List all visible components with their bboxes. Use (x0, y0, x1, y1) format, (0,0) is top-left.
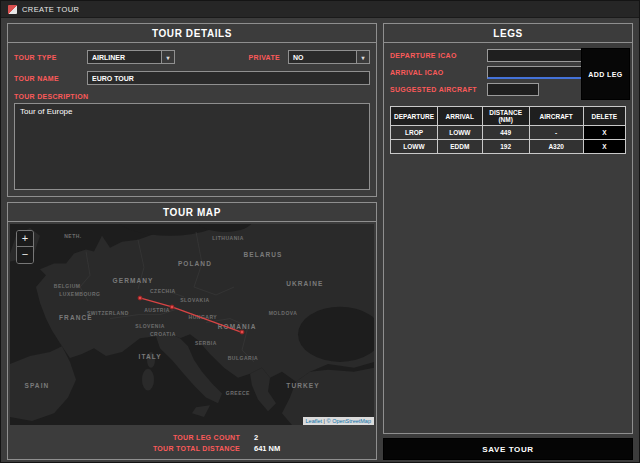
tour-map-header: TOUR MAP (8, 203, 376, 222)
chevron-down-icon: ▾ (161, 51, 174, 63)
left-column: TOUR DETAILS TOUR TYPE AIRLINER ▾ PRIVAT… (7, 23, 377, 460)
arrival-icao-label: ARRIVAL ICAO (390, 69, 487, 76)
tour-details-panel: TOUR DETAILS TOUR TYPE AIRLINER ▾ PRIVAT… (7, 23, 377, 197)
tour-name-label: TOUR NAME (14, 75, 87, 82)
leg-count-line: TOUR LEG COUNT 2 (8, 433, 376, 442)
route-layer (10, 224, 374, 425)
zoom-in-button[interactable]: + (17, 231, 33, 247)
arrival-icao-input[interactable] (487, 66, 583, 79)
cell-arrival: LOWW (438, 126, 483, 140)
table-header-cell: DEPARTURE (391, 107, 438, 126)
tour-name-input[interactable] (87, 71, 370, 85)
tour-stats: TOUR LEG COUNT 2 TOUR TOTAL DISTANCE 641… (8, 427, 376, 459)
leg-count-label: TOUR LEG COUNT (8, 434, 240, 441)
legs-table: DEPARTUREARRIVALDISTANCE (NM)AIRCRAFTDEL… (390, 106, 626, 154)
cell-aircraft: A320 (529, 140, 583, 154)
cell-distance: 449 (482, 126, 529, 140)
total-distance-label: TOUR TOTAL DISTANCE (8, 445, 240, 452)
private-label: PRIVATE (249, 54, 280, 61)
tour-details-header: TOUR DETAILS (8, 24, 376, 43)
tour-description-label: TOUR DESCRIPTION (14, 93, 370, 100)
private-value: NO (289, 54, 356, 61)
legs-table-body: LROPLOWW449-XLOWWEDDM192A320X (391, 126, 626, 154)
zoom-out-button[interactable]: − (17, 247, 33, 263)
leg-count-value: 2 (240, 433, 258, 442)
tour-type-select[interactable]: AIRLINER ▾ (87, 50, 175, 64)
table-header-cell: ARRIVAL (438, 107, 483, 126)
route-marker-loww[interactable] (169, 304, 174, 309)
window-content: TOUR DETAILS TOUR TYPE AIRLINER ▾ PRIVAT… (1, 18, 639, 462)
right-column: LEGS DEPARTURE ICAO ARRIVAL ICAO SUGGEST… (383, 23, 633, 460)
cell-delete: X (583, 140, 625, 154)
tour-type-value: AIRLINER (88, 54, 161, 61)
cell-departure: LOWW (391, 140, 438, 154)
tour-type-row: TOUR TYPE AIRLINER ▾ PRIVATE NO ▾ (14, 50, 370, 64)
cell-delete: X (583, 126, 625, 140)
departure-icao-label: DEPARTURE ICAO (390, 52, 487, 59)
suggested-aircraft-input[interactable] (487, 83, 539, 96)
cell-arrival: EDDM (438, 140, 483, 154)
legs-panel: LEGS DEPARTURE ICAO ARRIVAL ICAO SUGGEST… (383, 23, 633, 434)
tour-map-panel: TOUR MAP (7, 202, 377, 460)
tour-name-row: TOUR NAME (14, 71, 370, 85)
legs-form: DEPARTURE ICAO ARRIVAL ICAO SUGGESTED AI… (384, 43, 632, 102)
table-row: LROPLOWW449-X (391, 126, 626, 140)
total-distance-line: TOUR TOTAL DISTANCE 641 NM (8, 444, 376, 453)
delete-leg-button[interactable]: X (584, 140, 625, 153)
create-tour-window: CREATE TOUR TOUR DETAILS TOUR TYPE AIRLI… (0, 0, 640, 463)
table-row: LOWWEDDM192A320X (391, 140, 626, 154)
leaflet-link[interactable]: Leaflet (306, 418, 323, 424)
app-icon (8, 5, 17, 14)
table-header-cell: DELETE (583, 107, 625, 126)
route-marker-eddm[interactable] (137, 295, 142, 300)
legs-table-header-row: DEPARTUREARRIVALDISTANCE (NM)AIRCRAFTDEL… (391, 107, 626, 126)
osm-link[interactable]: © OpenStreetMap (327, 418, 371, 424)
cell-distance: 192 (482, 140, 529, 154)
suggested-aircraft-label: SUGGESTED AIRCRAFT (390, 86, 487, 93)
window-title: CREATE TOUR (22, 5, 79, 14)
departure-icao-input[interactable] (487, 49, 583, 62)
table-header-cell: DISTANCE (NM) (482, 107, 529, 126)
tour-description-input[interactable]: Tour of Europe (14, 103, 370, 190)
save-tour-button[interactable]: SAVE TOUR (383, 438, 633, 460)
tour-type-label: TOUR TYPE (14, 54, 87, 61)
private-select[interactable]: NO ▾ (288, 50, 370, 64)
titlebar: CREATE TOUR (1, 1, 639, 18)
legs-header: LEGS (384, 24, 632, 43)
table-header-cell: AIRCRAFT (529, 107, 583, 126)
total-distance-value: 641 NM (240, 444, 280, 453)
route-line (140, 298, 242, 332)
map-zoom-control: + − (16, 230, 34, 264)
cell-departure: LROP (391, 126, 438, 140)
delete-leg-button[interactable]: X (584, 126, 625, 139)
chevron-down-icon: ▾ (356, 51, 369, 63)
map-canvas[interactable]: NETH.LITHUANIABELARUSPOLANDGERMANYBELGIU… (10, 224, 374, 425)
map-attribution: Leaflet | © OpenStreetMap (303, 417, 374, 425)
cell-aircraft: - (529, 126, 583, 140)
route-marker-lrop[interactable] (239, 330, 244, 335)
add-leg-button[interactable]: ADD LEG (581, 48, 630, 100)
